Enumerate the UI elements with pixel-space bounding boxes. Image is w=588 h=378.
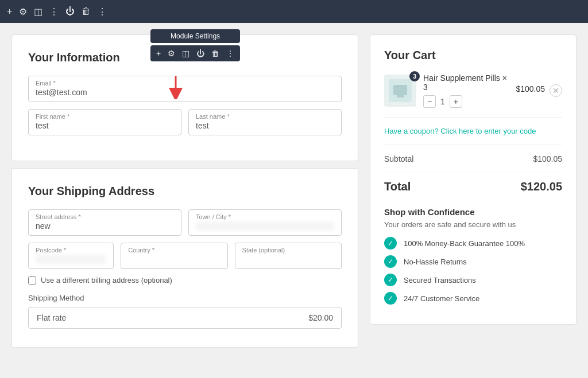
email-group: Email * test@test.com [28, 76, 342, 102]
last-name-value: test [196, 121, 334, 130]
postcode-group: Postcode * [28, 243, 114, 269]
confidence-item-text: No-Hassle Returns [404, 258, 467, 266]
last-name-label: Last name * [196, 113, 334, 120]
state-field-wrapper[interactable]: State (optional) [235, 243, 342, 269]
last-name-group: Last name * test [188, 109, 342, 135]
shipping-option-flat-rate[interactable]: Flat rate $20.00 [28, 307, 342, 329]
qty-minus-button[interactable]: − [423, 95, 436, 108]
coupon-link[interactable]: Have a coupon? Click here to enter your … [384, 127, 562, 145]
confidence-item-text: Secured Transactions [404, 276, 476, 285]
country-label: Country * [128, 247, 220, 254]
subtotal-value: $100.05 [533, 154, 562, 163]
town-field-wrapper[interactable]: Town / City * [188, 209, 342, 236]
cart-remove-button[interactable]: ✕ [550, 84, 562, 97]
cart-total-row: Total $120.05 [384, 180, 562, 193]
state-value [242, 255, 334, 264]
total-value: $120.05 [521, 180, 562, 193]
last-name-field-wrapper[interactable]: Last name * test [188, 109, 342, 135]
module-settings-tooltip: Module Settings [150, 29, 240, 43]
confidence-title: Shop with Confidence [384, 207, 562, 217]
module-power-icon[interactable]: ⏻ [195, 48, 206, 59]
postcode-value [36, 255, 106, 264]
country-value [128, 255, 220, 264]
confidence-item: ✓ No-Hassle Returns [384, 255, 562, 268]
right-column: Your Cart 3 Hair Supplement Pills × 3 [370, 34, 577, 350]
confidence-item-text: 100% Money-Back Guarantee 100% [404, 239, 525, 248]
first-name-field-wrapper[interactable]: First name * test [28, 109, 181, 135]
email-label: Email * [36, 80, 334, 87]
street-group: Street address * new [28, 209, 181, 236]
gear-icon[interactable]: ⚙ [19, 6, 27, 17]
svg-rect-2 [393, 85, 407, 95]
name-row: First name * test Last name * test [28, 109, 342, 135]
subtotal-label: Subtotal [384, 154, 413, 163]
plus-icon[interactable]: + [7, 6, 12, 17]
street-label: Street address * [36, 213, 174, 220]
town-group: Town / City * [188, 209, 342, 236]
postcode-label: Postcode * [36, 247, 106, 254]
confidence-items: ✓ 100% Money-Back Guarantee 100% ✓ No-Ha… [384, 237, 562, 305]
state-group: State (optional) [235, 243, 342, 269]
module-settings-container: Module Settings + ⚙ ◫ ⏻ 🗑 ⋮ [150, 29, 240, 61]
your-information-section: Module Settings + ⚙ ◫ ⏻ 🗑 ⋮ [11, 34, 358, 161]
cart-item-price: $100.05 [516, 84, 545, 93]
check-icon: ✓ [384, 292, 397, 305]
cart-item-name: Hair Supplement Pills × 3 [423, 73, 509, 92]
module-dots-icon[interactable]: ⋮ [225, 48, 235, 59]
module-layout-icon[interactable]: ◫ [181, 48, 191, 59]
country-field-wrapper[interactable]: Country * [121, 243, 227, 269]
check-icon: ✓ [384, 255, 397, 268]
first-name-label: First name * [36, 113, 174, 120]
shipping-title: Your Shipping Address [28, 185, 342, 198]
total-label: Total [384, 180, 411, 193]
cart-item-details: Hair Supplement Pills × 3 − 1 + [423, 73, 509, 108]
flat-rate-label: Flat rate [37, 313, 66, 322]
svg-rect-3 [397, 95, 404, 98]
postcode-country-state-row: Postcode * Country * State (optional) [28, 243, 342, 269]
cart-image-wrapper: 3 [384, 75, 416, 107]
dots-icon[interactable]: ⋮ [98, 6, 107, 17]
street-value: new [36, 221, 174, 231]
power-icon[interactable]: ⏻ [65, 6, 75, 17]
street-field-wrapper[interactable]: Street address * new [28, 209, 181, 236]
shipping-address-section: Your Shipping Address Street address * n… [11, 168, 358, 348]
state-label: State (optional) [242, 247, 334, 254]
flat-rate-price: $20.00 [308, 313, 333, 322]
first-name-value: test [36, 121, 174, 130]
trash-icon[interactable]: 🗑 [82, 6, 91, 17]
confidence-item: ✓ 100% Money-Back Guarantee 100% [384, 237, 562, 250]
layout-icon[interactable]: ◫ [34, 6, 42, 17]
email-field-wrapper[interactable]: Email * test@test.com [28, 76, 342, 102]
check-icon: ✓ [384, 237, 397, 250]
qty-plus-button[interactable]: + [450, 95, 462, 108]
confidence-section: Shop with Confidence Your orders are saf… [384, 207, 562, 305]
qty-value: 1 [440, 97, 445, 106]
cart-card: Your Cart 3 Hair Supplement Pills × 3 [370, 34, 577, 325]
town-label: Town / City * [196, 213, 334, 220]
confidence-item: ✓ Secured Transactions [384, 274, 562, 286]
cart-badge: 3 [409, 71, 420, 81]
country-group: Country * [121, 243, 227, 269]
postcode-field-wrapper[interactable]: Postcode * [28, 243, 114, 269]
street-town-row: Street address * new Town / City * [28, 209, 342, 236]
module-plus-icon[interactable]: + [155, 48, 162, 59]
first-name-group: First name * test [28, 109, 181, 135]
module-gear-icon[interactable]: ⚙ [167, 48, 176, 59]
confidence-item-text: 24/7 Customer Service [404, 294, 479, 303]
cart-item: 3 Hair Supplement Pills × 3 − 1 + $100.0… [384, 73, 562, 118]
check-icon: ✓ [384, 274, 397, 286]
billing-address-row: Use a different billing address (optiona… [28, 276, 342, 285]
shipping-method-label: Shipping Method [28, 294, 342, 302]
top-toolbar: + ⚙ ◫ ⋮ ⏻ 🗑 ⋮ [0, 0, 588, 23]
cart-qty-controls: − 1 + [423, 95, 509, 108]
billing-checkbox[interactable] [28, 276, 36, 285]
grid-icon[interactable]: ⋮ [49, 6, 59, 17]
module-trash-icon[interactable]: 🗑 [210, 48, 220, 59]
confidence-subtitle: Your orders are safe and secure with us [384, 220, 562, 229]
email-value: test@test.com [36, 88, 334, 97]
billing-checkbox-label: Use a different billing address (optiona… [41, 276, 172, 285]
module-toolbar: + ⚙ ◫ ⏻ 🗑 ⋮ [150, 45, 240, 61]
cart-title: Your Cart [384, 49, 562, 62]
cart-subtotal-row: Subtotal $100.05 [384, 154, 562, 173]
town-value [196, 221, 334, 231]
